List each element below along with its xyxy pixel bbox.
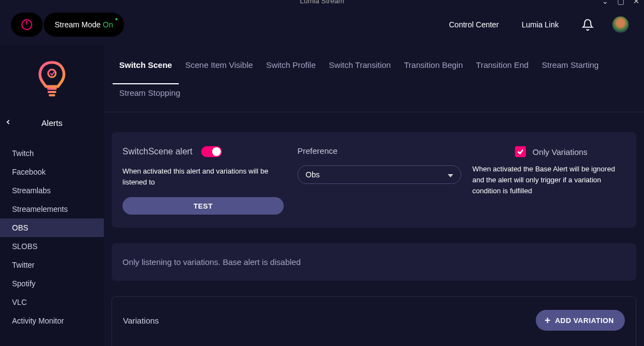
tab-transition-end[interactable]: Transition End [470, 56, 535, 76]
tab-stream-stopping[interactable]: Stream Stopping [113, 84, 187, 104]
header: Stream Mode On Control Center Lumia Link [0, 4, 644, 45]
only-variations-desc: When activated the Base Alert will be ig… [472, 164, 620, 197]
sidebar-item-facebook[interactable]: Facebook [0, 163, 104, 181]
only-variations-checkbox[interactable] [515, 146, 526, 157]
stream-mode-state: On [103, 20, 113, 29]
back-button[interactable] [4, 118, 12, 128]
test-button[interactable]: TEST [122, 197, 284, 215]
avatar[interactable] [612, 16, 629, 33]
window-maximize-icon[interactable]: ▢ [617, 0, 624, 5]
alert-toggle-label: SwitchScene alert [122, 147, 192, 157]
nav-lumia-link[interactable]: Lumia Link [522, 20, 559, 29]
notifications-button[interactable] [582, 19, 594, 31]
sidebar-item-slobs[interactable]: SLOBS [0, 237, 104, 256]
nav-control-center[interactable]: Control Center [449, 20, 499, 29]
sidebar-item-vlc[interactable]: VLC [0, 293, 104, 312]
plus-icon: + [545, 315, 551, 325]
alert-toggle-desc: When activated this alert and variations… [122, 166, 286, 187]
alert-toggle[interactable] [201, 146, 222, 157]
content: Switch SceneScene Item VisibleSwitch Pro… [104, 45, 644, 346]
chevron-down-icon[interactable]: ⌄ [602, 0, 608, 5]
window-title: Lumia Stream [300, 0, 344, 5]
variations-title: Variations [123, 316, 159, 325]
sidebar-item-streamelements[interactable]: Streamelements [0, 200, 104, 218]
power-icon [20, 18, 33, 31]
titlebar: Lumia Stream ⌄ ▢ ✕ [0, 0, 644, 4]
preference-select[interactable]: Obs [297, 165, 461, 184]
window-controls: ⌄ ▢ ✕ [602, 0, 644, 5]
sidebar: Alerts TwitchFacebookStreamlabsStreamele… [0, 45, 104, 346]
tab-switch-transition[interactable]: Switch Transition [323, 56, 397, 76]
sidebar-item-spotify[interactable]: Spotify [0, 274, 104, 293]
preference-label: Preference [297, 146, 461, 155]
stream-mode-label: Stream Mode [55, 20, 101, 29]
bell-icon [582, 19, 594, 31]
sidebar-item-streamlabs[interactable]: Streamlabs [0, 181, 104, 200]
alert-settings-card: SwitchScene alert When activated this al… [112, 132, 636, 228]
brand-logo [0, 53, 104, 113]
check-icon [517, 148, 524, 155]
window-close-icon[interactable]: ✕ [633, 0, 640, 5]
stream-mode-toggle[interactable]: Stream Mode On [44, 13, 124, 37]
add-variation-label: ADD VARIATION [555, 316, 614, 325]
sidebar-section-header: Alerts [0, 113, 104, 133]
tab-switch-profile[interactable]: Switch Profile [260, 56, 323, 76]
lightbulb-icon [37, 60, 67, 97]
sidebar-item-twitch[interactable]: Twitch [0, 144, 104, 163]
info-banner: Only listening to variations. Base alert… [112, 243, 636, 281]
variations-card: Variations + ADD VARIATION [112, 296, 636, 346]
sidebar-item-obs[interactable]: OBS [0, 218, 104, 237]
tab-scene-item-visible[interactable]: Scene Item Visible [179, 56, 260, 76]
svg-marker-3 [448, 174, 453, 177]
add-variation-button[interactable]: + ADD VARIATION [536, 310, 625, 331]
sidebar-section-title: Alerts [4, 118, 99, 128]
app-logo-button[interactable] [11, 13, 43, 37]
chevron-left-icon [4, 118, 12, 126]
tab-transition-begin[interactable]: Transition Begin [397, 56, 470, 76]
preference-value: Obs [306, 170, 320, 179]
caret-down-icon [448, 170, 453, 180]
tabs: Switch SceneScene Item VisibleSwitch Pro… [104, 45, 644, 112]
sidebar-item-twitter[interactable]: Twitter [0, 256, 104, 274]
tab-stream-starting[interactable]: Stream Starting [535, 56, 605, 76]
sidebar-item-activity-monitor[interactable]: Activity Monitor [0, 312, 104, 330]
only-variations-label: Only Variations [532, 147, 588, 157]
tab-switch-scene[interactable]: Switch Scene [113, 56, 179, 84]
